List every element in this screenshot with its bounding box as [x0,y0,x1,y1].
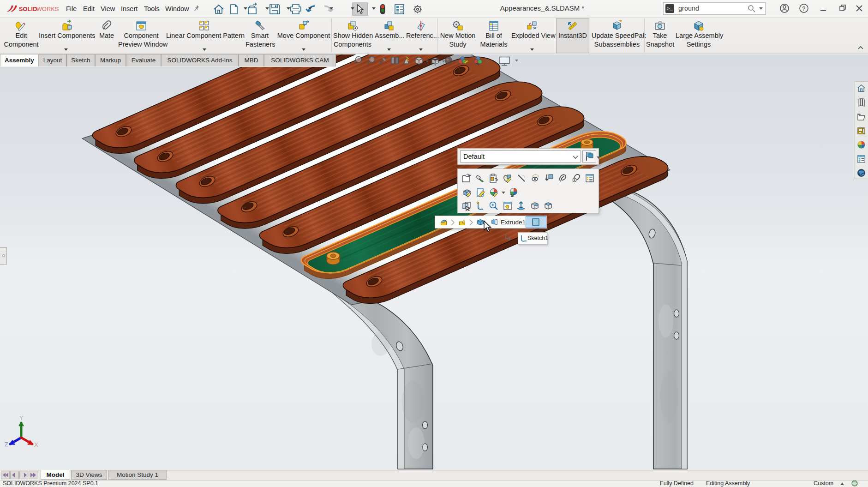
svg-text:SOLID: SOLID [19,6,37,12]
svg-text:Z: Z [5,441,8,448]
svg-text:Y: Y [19,415,24,421]
svg-text:X: X [34,441,38,448]
svg-text:?: ? [802,5,805,12]
svg-text:WORKS: WORKS [36,6,59,12]
